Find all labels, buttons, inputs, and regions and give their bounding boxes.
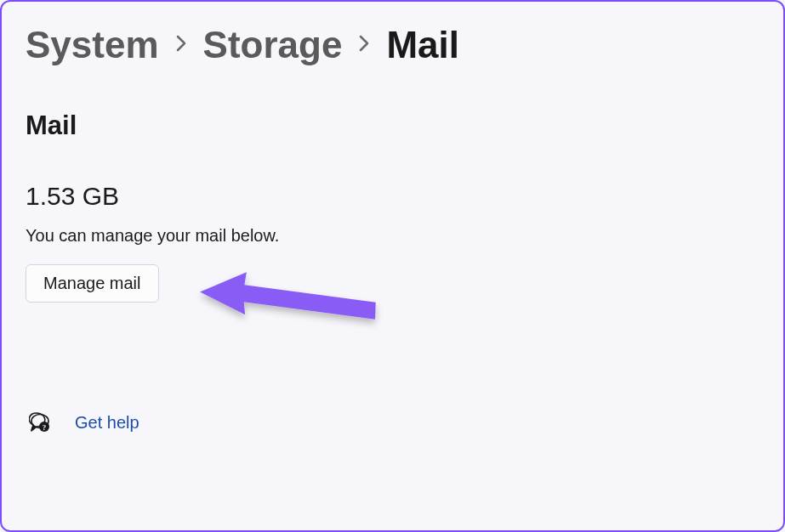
breadcrumb-system[interactable]: System bbox=[26, 24, 159, 66]
page-title: Mail bbox=[26, 110, 759, 141]
storage-size-value: 1.53 GB bbox=[26, 182, 759, 211]
get-help-link[interactable]: Get help bbox=[75, 413, 139, 433]
help-section: ? Get help bbox=[29, 411, 139, 433]
chevron-right-icon bbox=[174, 31, 188, 59]
breadcrumb-storage[interactable]: Storage bbox=[203, 24, 343, 66]
chevron-right-icon bbox=[357, 31, 371, 59]
annotation-arrow-icon bbox=[193, 265, 389, 345]
help-chat-icon: ? bbox=[29, 411, 51, 433]
storage-description: You can manage your mail below. bbox=[26, 226, 759, 246]
manage-mail-button[interactable]: Manage mail bbox=[26, 264, 159, 303]
svg-text:?: ? bbox=[43, 423, 47, 432]
breadcrumb-mail: Mail bbox=[386, 24, 459, 66]
breadcrumb: System Storage Mail bbox=[26, 24, 759, 66]
